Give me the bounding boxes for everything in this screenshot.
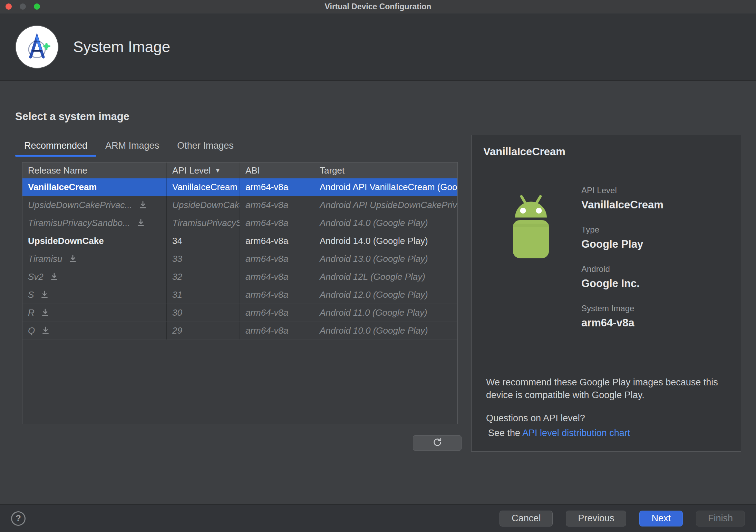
api-level-cell: 34 bbox=[167, 232, 240, 250]
target-cell: Android 12.0 (Google Play) bbox=[314, 286, 457, 304]
help-button[interactable]: ? bbox=[11, 511, 26, 526]
tab-recommended[interactable]: Recommended bbox=[15, 136, 96, 156]
system-image-details-panel: VanillaIceCream API Level VanillaIceCrea… bbox=[471, 135, 741, 452]
api-level-cell: TiramisuPrivacySandbox bbox=[167, 214, 240, 232]
download-icon[interactable] bbox=[138, 200, 147, 209]
table-row[interactable]: VanillaIceCream VanillaIceCream arm64-v8… bbox=[22, 178, 457, 196]
api-level-cell: 32 bbox=[167, 268, 240, 286]
column-header-target[interactable]: Target bbox=[314, 162, 457, 178]
refresh-icon bbox=[432, 437, 443, 449]
wizard-header: System Image bbox=[0, 13, 756, 81]
abi-cell: arm64-v8a bbox=[240, 304, 314, 322]
recommendation-text: We recommend these Google Play images be… bbox=[486, 376, 730, 402]
window-title: Virtual Device Configuration bbox=[0, 2, 756, 11]
wizard-footer: ? Cancel Previous Next Finish bbox=[0, 504, 756, 532]
table-row[interactable]: R 30 arm64-v8a Android 11.0 (Google Play… bbox=[22, 304, 457, 322]
target-cell: Android 11.0 (Google Play) bbox=[314, 304, 457, 322]
abi-cell: arm64-v8a bbox=[240, 250, 314, 268]
refresh-button[interactable] bbox=[413, 435, 462, 451]
cancel-button[interactable]: Cancel bbox=[500, 511, 553, 526]
download-icon[interactable] bbox=[136, 218, 145, 227]
table-row[interactable]: Sv2 32 arm64-v8a Android 12L (Google Pla… bbox=[22, 268, 457, 286]
see-the-line: See the API level distribution chart bbox=[488, 428, 630, 439]
abi-cell: arm64-v8a bbox=[240, 268, 314, 286]
system-image-tabs: Recommended ARM Images Other Images bbox=[15, 136, 458, 156]
details-fields: API Level VanillaIceCream Type Google Pl… bbox=[581, 186, 663, 343]
field-value-type: Google Play bbox=[581, 238, 663, 250]
field-label: API Level bbox=[581, 186, 663, 195]
api-level-cell: 30 bbox=[167, 304, 240, 322]
download-icon[interactable] bbox=[41, 308, 50, 317]
target-cell: Android 10.0 (Google Play) bbox=[314, 322, 457, 339]
abi-cell: arm64-v8a bbox=[240, 286, 314, 304]
tab-arm-images[interactable]: ARM Images bbox=[96, 136, 168, 156]
release-name: Sv2 bbox=[28, 272, 43, 282]
release-name: S bbox=[28, 289, 34, 300]
release-name: TiramisuPrivacySandbo... bbox=[28, 218, 130, 228]
field-value-vendor: Google Inc. bbox=[581, 277, 663, 290]
release-name: Q bbox=[28, 325, 35, 336]
field-label: System Image bbox=[581, 304, 663, 313]
section-title: Select a system image bbox=[15, 110, 129, 123]
target-cell: Android API VanillaIceCream (Google Play… bbox=[314, 178, 457, 196]
column-header-release-name[interactable]: Release Name bbox=[22, 162, 167, 178]
table-row[interactable]: UpsideDownCakePrivac... UpsideDownCakePr… bbox=[22, 196, 457, 214]
release-name: UpsideDownCakePrivac... bbox=[28, 200, 132, 210]
api-level-question: Questions on API level? bbox=[486, 413, 585, 424]
download-icon[interactable] bbox=[68, 254, 77, 263]
finish-button[interactable]: Finish bbox=[696, 511, 745, 526]
target-cell: Android API UpsideDownCakePrivacySandbox… bbox=[314, 196, 457, 214]
table-row[interactable]: S 31 arm64-v8a Android 12.0 (Google Play… bbox=[22, 286, 457, 304]
target-cell: Android 12L (Google Play) bbox=[314, 268, 457, 286]
virtual-device-configuration-window: Virtual Device Configuration System Imag… bbox=[0, 0, 756, 532]
download-icon[interactable] bbox=[50, 272, 59, 281]
system-image-table: Release Name API Level ▼ ABI Target Vani… bbox=[22, 162, 458, 424]
abi-cell: arm64-v8a bbox=[240, 214, 314, 232]
release-name: VanillaIceCream bbox=[28, 182, 97, 192]
android-studio-logo bbox=[16, 26, 58, 68]
table-row[interactable]: Tiramisu 33 arm64-v8a Android 13.0 (Goog… bbox=[22, 250, 457, 268]
download-icon[interactable] bbox=[40, 290, 49, 299]
target-cell: Android 14.0 (Google Play) bbox=[314, 232, 457, 250]
table-row[interactable]: Q 29 arm64-v8a Android 10.0 (Google Play… bbox=[22, 322, 457, 340]
table-row[interactable]: TiramisuPrivacySandbo... TiramisuPrivacy… bbox=[22, 214, 457, 232]
field-label: Android bbox=[581, 264, 663, 274]
android-robot-icon bbox=[499, 193, 563, 262]
titlebar: Virtual Device Configuration bbox=[0, 0, 756, 13]
column-header-api-level[interactable]: API Level ▼ bbox=[167, 162, 240, 178]
api-level-cell: VanillaIceCream bbox=[167, 178, 240, 196]
api-level-cell: UpsideDownCakePrivacySandbox bbox=[167, 196, 240, 214]
api-level-cell: 29 bbox=[167, 322, 240, 339]
field-value-system-image: arm64-v8a bbox=[581, 317, 663, 329]
api-level-distribution-chart-link[interactable]: API level distribution chart bbox=[522, 428, 630, 438]
abi-cell: arm64-v8a bbox=[240, 322, 314, 339]
target-cell: Android 14.0 (Google Play) bbox=[314, 214, 457, 232]
abi-cell: arm64-v8a bbox=[240, 196, 314, 214]
abi-cell: arm64-v8a bbox=[240, 232, 314, 250]
next-button[interactable]: Next bbox=[639, 511, 683, 526]
question-mark-icon: ? bbox=[16, 513, 21, 524]
target-cell: Android 13.0 (Google Play) bbox=[314, 250, 457, 268]
table-row[interactable]: UpsideDownCake 34 arm64-v8a Android 14.0… bbox=[22, 232, 457, 250]
page-title: System Image bbox=[73, 38, 170, 56]
table-header: Release Name API Level ▼ ABI Target bbox=[22, 162, 457, 178]
release-name: R bbox=[28, 307, 35, 318]
column-header-abi[interactable]: ABI bbox=[240, 162, 314, 178]
api-level-cell: 33 bbox=[167, 250, 240, 268]
abi-cell: arm64-v8a bbox=[240, 178, 314, 196]
previous-button[interactable]: Previous bbox=[566, 511, 626, 526]
sort-arrow-icon: ▼ bbox=[215, 163, 221, 178]
release-name: UpsideDownCake bbox=[28, 236, 104, 246]
details-title: VanillaIceCream bbox=[472, 135, 741, 168]
field-value-api-level: VanillaIceCream bbox=[581, 199, 663, 211]
tab-other-images[interactable]: Other Images bbox=[168, 136, 243, 156]
see-the-text: See the bbox=[488, 428, 522, 438]
download-icon[interactable] bbox=[41, 326, 50, 335]
api-level-cell: 31 bbox=[167, 286, 240, 304]
field-label: Type bbox=[581, 225, 663, 235]
release-name: Tiramisu bbox=[28, 254, 62, 264]
